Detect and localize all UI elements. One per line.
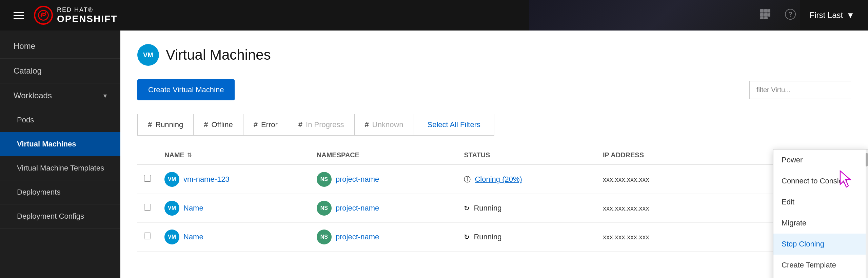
svg-rect-8 (764, 17, 768, 19)
toolbar: Create Virtual Machine (137, 79, 851, 100)
sidebar-item-deployments[interactable]: Deployments (0, 180, 120, 204)
scroll-track (866, 150, 868, 278)
hash-icon: # (148, 120, 152, 129)
menu-item-create-template[interactable]: Create Template (773, 255, 868, 276)
namespace-link[interactable]: project-name (336, 175, 379, 184)
hash-icon: # (204, 120, 208, 129)
svg-rect-3 (768, 9, 770, 13)
ns-icon: NS (317, 230, 332, 244)
status-text: Running (474, 233, 501, 241)
user-name: First Last (810, 11, 843, 20)
filter-chip-running[interactable]: # Running (138, 114, 194, 135)
filter-label: In Progress (306, 120, 344, 129)
status-icon: ⓘ (464, 175, 471, 184)
help-icon[interactable]: ? (785, 8, 796, 22)
hash-icon: # (254, 120, 258, 129)
vm-icon: VM (164, 201, 179, 216)
ns-icon: NS (317, 201, 332, 216)
svg-rect-1 (760, 9, 764, 13)
menu-item-edit[interactable]: Edit (773, 192, 868, 213)
logo-text: RED HAT® OPENSHIFT (57, 6, 117, 24)
sidebar: Home Catalog Workloads ▾ Pods Virtual Ma… (0, 31, 120, 278)
sidebar-item-catalog[interactable]: Catalog (0, 59, 120, 83)
sidebar-item-label: Home (14, 41, 35, 51)
status-icon: ↻ (464, 233, 470, 241)
user-dropdown-icon: ▼ (846, 11, 854, 20)
sidebar-item-label: Workloads (14, 91, 52, 100)
ip-address: xxx.xxx.xxx.xxx (603, 204, 649, 212)
sidebar-item-label: Deployments (17, 188, 60, 197)
user-menu[interactable]: First Last ▼ (810, 11, 854, 20)
filter-label: Unknown (372, 120, 403, 129)
svg-rect-4 (760, 13, 764, 17)
th-status: STATUS (457, 146, 596, 165)
filter-bar: # Running # Offline # Error # In Progres… (137, 114, 494, 136)
filter-label: Offline (211, 120, 233, 129)
vm-name-link[interactable]: Name (183, 233, 203, 241)
svg-rect-5 (764, 13, 768, 17)
vm-icon: VM (164, 230, 179, 244)
vm-name-link[interactable]: vm-name-123 (183, 175, 230, 184)
svg-rect-2 (764, 9, 768, 13)
filter-chip-unknown[interactable]: # Unknown (355, 114, 414, 135)
page-title: Virtual Machines (166, 47, 271, 63)
menu-item-migrate[interactable]: Migrate (773, 213, 868, 234)
ip-address: xxx.xxx.xxx.xxx (603, 233, 649, 241)
sidebar-item-deployment-configs[interactable]: Deployment Configs (0, 204, 120, 229)
filter-chip-inprogress[interactable]: # In Progress (288, 114, 355, 135)
status-text[interactable]: Cloning (20%) (475, 175, 522, 184)
th-name[interactable]: NAME ⇅ (158, 146, 310, 165)
menu-item-connect-console[interactable]: Connect to Consloe (773, 171, 868, 192)
th-ip: IP ADDRESS (596, 146, 712, 165)
sort-icon: ⇅ (187, 152, 192, 158)
menu-item-power[interactable]: Power (773, 150, 868, 171)
create-vm-button[interactable]: Create Virtual Machine (137, 79, 235, 100)
chevron-down-icon: ▾ (103, 92, 107, 100)
svg-text:?: ? (788, 11, 792, 18)
apps-grid-icon[interactable] (760, 8, 771, 22)
table-row: VM Name NS project-name ↻ Running (137, 223, 851, 252)
row-checkbox[interactable] (144, 233, 151, 239)
sidebar-item-label: Pods (17, 116, 34, 124)
scrollbar[interactable] (865, 150, 868, 278)
sidebar-item-virtual-machines[interactable]: Virtual Machines (0, 132, 120, 156)
status-text: Running (474, 204, 501, 213)
sidebar-item-workloads[interactable]: Workloads ▾ (0, 83, 120, 108)
sidebar-item-label: Virtual Machines (17, 140, 76, 148)
namespace-link[interactable]: project-name (336, 233, 379, 241)
namespace-link[interactable]: project-name (336, 204, 379, 213)
svg-rect-6 (768, 13, 770, 17)
filter-label: Running (155, 120, 183, 129)
status-icon: ↻ (464, 204, 470, 212)
scroll-thumb (866, 153, 868, 166)
sidebar-item-home[interactable]: Home (0, 34, 120, 59)
filter-chip-error[interactable]: # Error (243, 114, 288, 135)
sidebar-item-pods[interactable]: Pods (0, 108, 120, 132)
menu-item-stop-cloning[interactable]: Stop Cloning (773, 234, 868, 255)
hamburger-menu[interactable] (14, 12, 24, 19)
ip-address: xxx.xxx.xxx.xxx (603, 176, 649, 183)
logo-icon (34, 6, 53, 25)
vm-badge: VM (137, 44, 159, 66)
select-all-filters[interactable]: Select All Filters (414, 114, 494, 135)
filter-input[interactable] (749, 81, 851, 99)
sidebar-item-label: Deployment Configs (17, 212, 84, 221)
table-row: VM Name NS project-name ↻ Running (137, 194, 851, 223)
table-row: VM vm-name-123 NS project-name ⓘ C (137, 165, 851, 194)
row-checkbox[interactable] (144, 175, 151, 182)
filter-chip-offline[interactable]: # Offline (194, 114, 243, 135)
logo: RED HAT® OPENSHIFT (34, 6, 117, 25)
brand-name: RED HAT® (57, 6, 117, 14)
context-menu: Power Connect to Consloe Edit Migrate St… (773, 149, 868, 278)
menu-item-take-snapshot[interactable]: Take Snapshot (773, 276, 868, 278)
th-namespace: NAMESPACE (310, 146, 457, 165)
row-checkbox[interactable] (144, 204, 151, 211)
sidebar-item-label: Virtual Machine Templates (17, 164, 104, 173)
th-checkbox (137, 146, 158, 165)
filter-label: Error (261, 120, 278, 129)
vm-table: NAME ⇅ NAMESPACE STATUS IP ADDRESS (137, 146, 851, 252)
sidebar-item-vm-templates[interactable]: Virtual Machine Templates (0, 156, 120, 180)
vm-icon: VM (164, 172, 179, 187)
sidebar-item-label: Catalog (14, 66, 42, 76)
vm-name-link[interactable]: Name (183, 204, 203, 213)
